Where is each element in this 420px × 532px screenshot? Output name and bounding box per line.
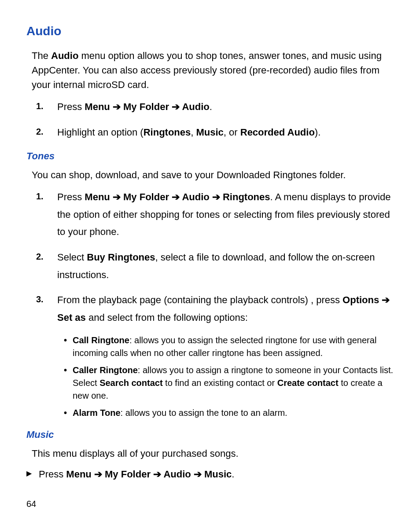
text-bold: Music — [204, 469, 232, 480]
text: ). — [315, 127, 321, 138]
text: Select — [57, 252, 87, 263]
text-bold: Create contact — [277, 378, 339, 388]
tones-steps: 1. Press Menu ➔ My Folder ➔ Audio ➔ Ring… — [26, 188, 394, 326]
text-bold: Buy Ringtones — [87, 252, 155, 263]
subheading-tones: Tones — [26, 149, 394, 163]
arrow-icon: ➔ — [169, 101, 182, 112]
step-number: 1. — [36, 188, 44, 204]
text-bold: Ringtones — [223, 191, 270, 202]
text-bold: Audio — [182, 101, 209, 112]
text: and select from the following options: — [86, 312, 248, 323]
text-bold: Menu — [85, 191, 110, 202]
text-bold: Menu — [85, 101, 110, 112]
step-1: 1. Press Menu ➔ My Folder ➔ Audio ➔ Ring… — [57, 188, 394, 241]
step-number: 3. — [36, 291, 44, 307]
text-bold: Recorded Audio — [240, 127, 315, 138]
text: , — [191, 127, 196, 138]
text: From the playback page (containing the p… — [57, 294, 343, 305]
text: The — [32, 50, 51, 61]
music-step: Press Menu ➔ My Folder ➔ Audio ➔ Music. — [26, 467, 394, 481]
page-number: 64 — [26, 497, 36, 510]
text-bold: Music — [196, 127, 223, 138]
text-bold: Menu — [66, 469, 91, 480]
text-bold: My Folder — [105, 469, 151, 480]
step-3: 3. From the playback page (containing th… — [57, 291, 394, 326]
text-bold: My Folder — [123, 191, 169, 202]
step-number: 1. — [36, 98, 44, 114]
section-heading-audio: Audio — [26, 22, 394, 40]
text-bold: My Folder — [123, 101, 169, 112]
text: . — [232, 469, 234, 480]
arrow-icon: ➔ — [151, 469, 163, 480]
arrow-icon: ➔ — [191, 469, 204, 480]
text: Press — [57, 191, 85, 202]
text: Press — [57, 101, 85, 112]
setas-options: Call Ringtone: allows you to assign the … — [26, 334, 394, 419]
text-bold: Search contact — [99, 378, 162, 388]
arrow-icon: ➔ — [379, 294, 390, 305]
arrow-icon: ➔ — [110, 191, 123, 202]
arrow-icon: ➔ — [210, 191, 223, 202]
step-number: 2. — [36, 124, 44, 139]
audio-intro: The Audio menu option allows you to shop… — [26, 48, 394, 92]
text: to find an existing contact or — [163, 378, 277, 388]
subheading-music: Music — [26, 427, 394, 442]
text-bold: Audio — [163, 469, 191, 480]
arrow-icon: ➔ — [92, 469, 105, 480]
text-bold: Audio — [182, 191, 209, 202]
step-1: 1. Press Menu ➔ My Folder ➔ Audio. — [57, 98, 394, 116]
arrow-icon: ➔ — [110, 101, 123, 112]
text: Press — [39, 469, 66, 480]
text-bold: Call Ringtone — [73, 335, 129, 345]
step-2: 2. Select Buy Ringtones, select a file t… — [57, 249, 394, 283]
tones-intro: You can shop, download, and save to your… — [26, 168, 394, 182]
bullet-call-ringtone: Call Ringtone: allows you to assign the … — [73, 334, 394, 360]
text-bold: Audio — [51, 50, 78, 61]
text: Highlight an option ( — [57, 127, 144, 138]
bullet-alarm-tone: Alarm Tone: allows you to assign the ton… — [73, 407, 394, 419]
text-bold: Ringtones — [144, 127, 191, 138]
text-bold: Caller Ringtone — [73, 365, 138, 375]
text-bold: Options — [343, 294, 379, 305]
arrow-icon: ➔ — [169, 191, 182, 202]
text-bold: Alarm Tone — [73, 408, 121, 418]
text: , or — [224, 127, 240, 138]
step-2: 2. Highlight an option (Ringtones, Music… — [57, 124, 394, 141]
text: : allows you to assign the tone to an al… — [121, 408, 287, 418]
text: . — [210, 101, 212, 112]
music-intro: This menu displays all of your purchased… — [26, 446, 394, 461]
step-number: 2. — [36, 249, 44, 264]
bullet-caller-ringtone: Caller Ringtone: allows you to assign a … — [73, 364, 394, 402]
text-bold: Set as — [57, 312, 86, 323]
audio-steps: 1. Press Menu ➔ My Folder ➔ Audio. 2. Hi… — [26, 98, 394, 141]
text: menu option allows you to shop tones, an… — [32, 50, 382, 90]
